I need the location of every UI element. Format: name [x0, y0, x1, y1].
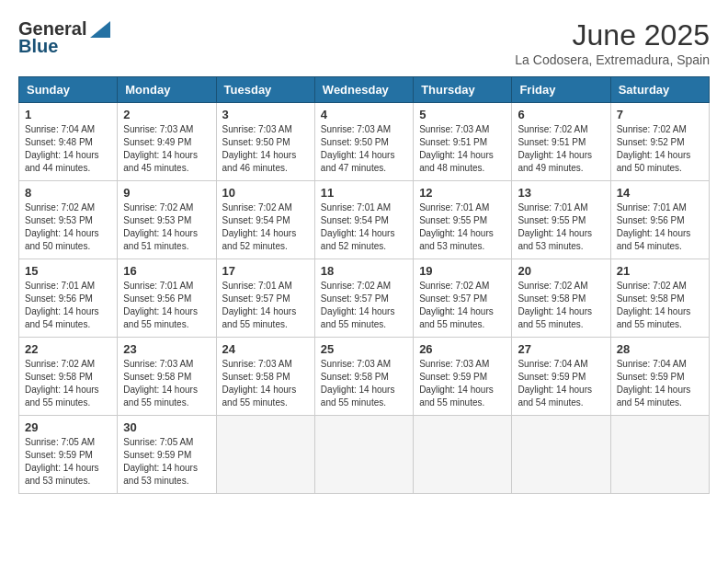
weekday-header-thursday: Thursday — [414, 77, 512, 103]
day-number: 1 — [25, 108, 111, 121]
day-info: Sunrise: 7:01 AMSunset: 9:56 PMDaylight:… — [617, 201, 703, 253]
day-info: Sunrise: 7:01 AMSunset: 9:56 PMDaylight:… — [123, 280, 210, 331]
day-info: Sunrise: 7:03 AMSunset: 9:50 PMDaylight:… — [321, 123, 407, 175]
day-number: 22 — [25, 342, 111, 356]
day-cell-empty — [610, 416, 709, 494]
day-number: 18 — [321, 264, 407, 278]
day-number: 4 — [321, 108, 407, 121]
svg-marker-0 — [90, 21, 110, 38]
calendar-subtitle: La Codosera, Extremadura, Spain — [515, 52, 710, 67]
day-number: 13 — [518, 186, 604, 200]
day-cell-5: 5Sunrise: 7:03 AMSunset: 9:51 PMDaylight… — [414, 103, 512, 181]
logo-icon — [90, 21, 110, 38]
day-cell-23: 23Sunrise: 7:03 AMSunset: 9:58 PMDayligh… — [118, 338, 216, 416]
day-info: Sunrise: 7:02 AMSunset: 9:58 PMDaylight:… — [617, 280, 703, 331]
day-number: 3 — [222, 108, 309, 121]
day-info: Sunrise: 7:03 AMSunset: 9:59 PMDaylight:… — [419, 358, 506, 409]
day-cell-30: 30Sunrise: 7:05 AMSunset: 9:59 PMDayligh… — [118, 416, 216, 494]
week-row-4: 22Sunrise: 7:02 AMSunset: 9:58 PMDayligh… — [19, 338, 710, 416]
day-cell-27: 27Sunrise: 7:04 AMSunset: 9:59 PMDayligh… — [512, 338, 610, 416]
day-cell-15: 15Sunrise: 7:01 AMSunset: 9:56 PMDayligh… — [19, 259, 118, 338]
day-cell-26: 26Sunrise: 7:03 AMSunset: 9:59 PMDayligh… — [414, 338, 512, 416]
day-info: Sunrise: 7:04 AMSunset: 9:59 PMDaylight:… — [617, 358, 703, 409]
week-row-2: 8Sunrise: 7:02 AMSunset: 9:53 PMDaylight… — [19, 181, 710, 259]
day-cell-25: 25Sunrise: 7:03 AMSunset: 9:58 PMDayligh… — [314, 338, 413, 416]
day-cell-20: 20Sunrise: 7:02 AMSunset: 9:58 PMDayligh… — [512, 259, 610, 338]
day-info: Sunrise: 7:03 AMSunset: 9:50 PMDaylight:… — [222, 123, 309, 175]
day-number: 30 — [123, 420, 210, 434]
day-cell-13: 13Sunrise: 7:01 AMSunset: 9:55 PMDayligh… — [512, 181, 610, 259]
day-info: Sunrise: 7:01 AMSunset: 9:54 PMDaylight:… — [321, 201, 407, 253]
day-number: 24 — [222, 342, 309, 356]
day-number: 23 — [123, 342, 210, 356]
day-number: 7 — [617, 108, 703, 121]
day-info: Sunrise: 7:03 AMSunset: 9:49 PMDaylight:… — [123, 123, 210, 175]
weekday-header-wednesday: Wednesday — [314, 77, 413, 103]
day-cell-24: 24Sunrise: 7:03 AMSunset: 9:58 PMDayligh… — [216, 338, 314, 416]
day-info: Sunrise: 7:01 AMSunset: 9:56 PMDaylight:… — [25, 280, 111, 331]
day-number: 28 — [617, 342, 703, 356]
day-number: 19 — [419, 264, 506, 278]
day-number: 21 — [617, 264, 703, 278]
day-cell-10: 10Sunrise: 7:02 AMSunset: 9:54 PMDayligh… — [216, 181, 314, 259]
day-info: Sunrise: 7:02 AMSunset: 9:58 PMDaylight:… — [25, 358, 111, 409]
day-cell-19: 19Sunrise: 7:02 AMSunset: 9:57 PMDayligh… — [414, 259, 512, 338]
day-number: 29 — [25, 420, 111, 434]
day-info: Sunrise: 7:05 AMSunset: 9:59 PMDaylight:… — [25, 436, 111, 488]
calendar-table: SundayMondayTuesdayWednesdayThursdayFrid… — [18, 76, 710, 494]
day-info: Sunrise: 7:02 AMSunset: 9:57 PMDaylight:… — [321, 280, 407, 331]
weekday-header-saturday: Saturday — [610, 77, 709, 103]
day-number: 9 — [123, 186, 210, 200]
day-number: 16 — [123, 264, 210, 278]
day-number: 5 — [419, 108, 506, 121]
day-info: Sunrise: 7:04 AMSunset: 9:59 PMDaylight:… — [518, 358, 604, 409]
weekday-header-sunday: Sunday — [19, 77, 118, 103]
day-cell-28: 28Sunrise: 7:04 AMSunset: 9:59 PMDayligh… — [610, 338, 709, 416]
day-cell-6: 6Sunrise: 7:02 AMSunset: 9:51 PMDaylight… — [512, 103, 610, 181]
day-cell-3: 3Sunrise: 7:03 AMSunset: 9:50 PMDaylight… — [216, 103, 314, 181]
day-number: 12 — [419, 186, 506, 200]
weekday-header-row: SundayMondayTuesdayWednesdayThursdayFrid… — [19, 77, 710, 103]
day-cell-21: 21Sunrise: 7:02 AMSunset: 9:58 PMDayligh… — [610, 259, 709, 338]
day-cell-empty — [414, 416, 512, 494]
day-info: Sunrise: 7:02 AMSunset: 9:52 PMDaylight:… — [617, 123, 703, 175]
day-info: Sunrise: 7:05 AMSunset: 9:59 PMDaylight:… — [123, 436, 210, 488]
day-cell-18: 18Sunrise: 7:02 AMSunset: 9:57 PMDayligh… — [314, 259, 413, 338]
day-cell-9: 9Sunrise: 7:02 AMSunset: 9:53 PMDaylight… — [118, 181, 216, 259]
day-number: 8 — [25, 186, 111, 200]
day-cell-empty — [314, 416, 413, 494]
day-info: Sunrise: 7:03 AMSunset: 9:58 PMDaylight:… — [123, 358, 210, 409]
day-cell-22: 22Sunrise: 7:02 AMSunset: 9:58 PMDayligh… — [19, 338, 118, 416]
day-info: Sunrise: 7:03 AMSunset: 9:51 PMDaylight:… — [419, 123, 506, 175]
weekday-header-friday: Friday — [512, 77, 610, 103]
week-row-3: 15Sunrise: 7:01 AMSunset: 9:56 PMDayligh… — [19, 259, 710, 338]
logo: General Blue — [18, 18, 110, 57]
day-info: Sunrise: 7:02 AMSunset: 9:53 PMDaylight:… — [25, 201, 111, 253]
day-info: Sunrise: 7:01 AMSunset: 9:55 PMDaylight:… — [518, 201, 604, 253]
day-cell-29: 29Sunrise: 7:05 AMSunset: 9:59 PMDayligh… — [19, 416, 118, 494]
day-info: Sunrise: 7:03 AMSunset: 9:58 PMDaylight:… — [222, 358, 309, 409]
day-cell-1: 1Sunrise: 7:04 AMSunset: 9:48 PMDaylight… — [19, 103, 118, 181]
day-number: 15 — [25, 264, 111, 278]
logo-blue-text: Blue — [18, 36, 58, 57]
week-row-5: 29Sunrise: 7:05 AMSunset: 9:59 PMDayligh… — [19, 416, 710, 494]
weekday-header-tuesday: Tuesday — [216, 77, 314, 103]
day-info: Sunrise: 7:02 AMSunset: 9:58 PMDaylight:… — [518, 280, 604, 331]
day-number: 11 — [321, 186, 407, 200]
week-row-1: 1Sunrise: 7:04 AMSunset: 9:48 PMDaylight… — [19, 103, 710, 181]
day-cell-12: 12Sunrise: 7:01 AMSunset: 9:55 PMDayligh… — [414, 181, 512, 259]
day-cell-2: 2Sunrise: 7:03 AMSunset: 9:49 PMDaylight… — [118, 103, 216, 181]
day-info: Sunrise: 7:01 AMSunset: 9:55 PMDaylight:… — [419, 201, 506, 253]
day-cell-4: 4Sunrise: 7:03 AMSunset: 9:50 PMDaylight… — [314, 103, 413, 181]
day-info: Sunrise: 7:02 AMSunset: 9:51 PMDaylight:… — [518, 123, 604, 175]
day-number: 17 — [222, 264, 309, 278]
day-cell-8: 8Sunrise: 7:02 AMSunset: 9:53 PMDaylight… — [19, 181, 118, 259]
day-number: 14 — [617, 186, 703, 200]
day-cell-7: 7Sunrise: 7:02 AMSunset: 9:52 PMDaylight… — [610, 103, 709, 181]
day-number: 25 — [321, 342, 407, 356]
day-number: 27 — [518, 342, 604, 356]
day-info: Sunrise: 7:04 AMSunset: 9:48 PMDaylight:… — [25, 123, 111, 175]
day-cell-17: 17Sunrise: 7:01 AMSunset: 9:57 PMDayligh… — [216, 259, 314, 338]
day-cell-empty — [216, 416, 314, 494]
day-number: 20 — [518, 264, 604, 278]
